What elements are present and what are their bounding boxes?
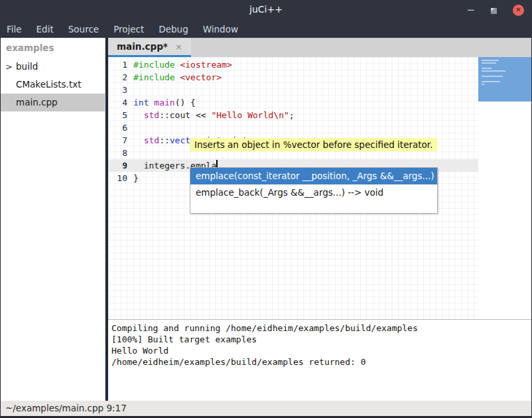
minimize-button[interactable]: − bbox=[466, 5, 475, 15]
sidebar-item-build[interactable]: >build bbox=[1, 58, 105, 76]
minimap-code-marks bbox=[482, 60, 531, 85]
code-text: #include <vector> bbox=[133, 71, 222, 84]
minimap-line-mark bbox=[482, 60, 499, 61]
file-tree: >buildCMakeLists.txtmain.cpp bbox=[1, 58, 105, 111]
menu-item-edit[interactable]: Edit bbox=[36, 24, 54, 35]
minimap-line-mark bbox=[482, 68, 492, 69]
token-str: <iostream> bbox=[180, 60, 232, 70]
terminal-output[interactable]: Compiling and running /home/eidheim/exam… bbox=[108, 319, 531, 401]
minimap[interactable] bbox=[478, 57, 531, 319]
terminal-line-3: /home/eidheim/examples/build/examples re… bbox=[111, 356, 531, 368]
code-line-1[interactable]: 1#include <iostream> bbox=[108, 58, 478, 71]
line-number: 6 bbox=[108, 121, 133, 134]
terminal-line-0: Compiling and running /home/eidheim/exam… bbox=[111, 322, 531, 334]
titlebar[interactable]: juCi++ − ✕ bbox=[0, 0, 532, 20]
line-number: 8 bbox=[108, 147, 133, 159]
completion-item-0[interactable]: emplace(const_iterator __position, _Args… bbox=[190, 168, 437, 184]
window-controls: − ✕ bbox=[466, 0, 524, 20]
line-number: 3 bbox=[108, 84, 133, 96]
code-text: #include <iostream> bbox=[133, 58, 232, 71]
minimap-line-mark bbox=[482, 70, 505, 72]
code-line-3[interactable]: 3 bbox=[108, 84, 478, 96]
token-pl: ; bbox=[289, 110, 295, 120]
sidebar-item-main-cpp[interactable]: main.cpp bbox=[1, 94, 105, 111]
token-pl: :: bbox=[159, 135, 170, 145]
terminal-line-2: Hello World bbox=[111, 345, 531, 356]
token-pl bbox=[133, 135, 144, 145]
sidebar-item-label: CMakeLists.txt bbox=[16, 79, 82, 90]
menu-item-window[interactable]: Window bbox=[203, 24, 238, 35]
minimap-line-mark bbox=[482, 84, 484, 85]
status-location: ~/examples/main.cpp 9:17 bbox=[5, 403, 127, 413]
code-text: } bbox=[133, 172, 139, 184]
completion-item-1[interactable]: emplace_back(_Args &&__args...) --> void bbox=[190, 184, 437, 201]
line-number: 2 bbox=[108, 71, 133, 84]
token-kw: int bbox=[133, 98, 149, 107]
token-fn: main bbox=[154, 98, 174, 107]
app-window: juCi++ − ✕ FileEditSourceProjectDebugWin… bbox=[0, 0, 532, 418]
token-ns: std bbox=[144, 110, 159, 120]
token-pl bbox=[133, 110, 144, 120]
menu-item-source[interactable]: Source bbox=[68, 24, 99, 35]
close-icon: ✕ bbox=[515, 7, 521, 13]
code-text: int main() { bbox=[133, 96, 196, 109]
code-line-4[interactable]: 4int main() { bbox=[108, 96, 478, 109]
token-pp: #include bbox=[133, 72, 180, 82]
line-number: 4 bbox=[108, 96, 133, 109]
sidebar-item-cmakelists-txt[interactable]: CMakeLists.txt bbox=[1, 76, 105, 94]
menu-item-debug[interactable]: Debug bbox=[159, 24, 188, 35]
sidebar-item-label: build bbox=[16, 61, 38, 72]
close-button[interactable]: ✕ bbox=[513, 5, 524, 16]
editor-column: main.cpp* × 1#include <iostream>2#includ… bbox=[108, 38, 531, 401]
tab-main-cpp[interactable]: main.cpp* × bbox=[108, 38, 191, 57]
project-name: examples bbox=[1, 38, 105, 58]
line-number: 5 bbox=[108, 109, 133, 121]
tab-label: main.cpp* bbox=[117, 41, 168, 52]
line-number: 10 bbox=[108, 172, 133, 184]
sidebar-item-label: main.cpp bbox=[16, 97, 58, 107]
menu-item-project[interactable]: Project bbox=[113, 24, 144, 35]
completion-popup[interactable]: emplace(const_iterator __position, _Args… bbox=[190, 167, 438, 214]
minimap-line-mark bbox=[482, 76, 503, 77]
code-editor[interactable]: 1#include <iostream>2#include <vector>34… bbox=[108, 57, 531, 319]
line-number: 1 bbox=[108, 58, 133, 71]
line-number: 7 bbox=[108, 134, 133, 147]
minimap-viewport[interactable] bbox=[478, 57, 531, 102]
line-number: 9 bbox=[108, 159, 133, 172]
statusbar: ~/examples/main.cpp 9:17 bbox=[1, 401, 531, 416]
file-browser: examples >buildCMakeLists.txtmain.cpp bbox=[1, 38, 105, 401]
restore-icon bbox=[491, 8, 497, 14]
code-line-2[interactable]: 2#include <vector> bbox=[108, 71, 478, 84]
minimap-line-mark bbox=[482, 62, 496, 64]
window-title: juCi++ bbox=[0, 4, 532, 15]
menu-item-file[interactable]: File bbox=[7, 24, 22, 35]
chevron-right-icon[interactable]: > bbox=[5, 58, 13, 76]
menubar: FileEditSourceProjectDebugWindow bbox=[0, 20, 532, 38]
token-ns: std bbox=[144, 135, 159, 145]
code-text: std::cout << "Hello World\n"; bbox=[133, 109, 295, 121]
maximize-button[interactable] bbox=[491, 4, 497, 17]
doc-tooltip: Inserts an object in %vector before spec… bbox=[190, 138, 437, 151]
terminal-line-1: [100%] Built target examples bbox=[111, 334, 531, 345]
token-str: <vector> bbox=[180, 72, 222, 82]
token-pl: ::cout << bbox=[159, 110, 211, 120]
token-pp: #include bbox=[133, 60, 180, 70]
tabbar: main.cpp* × bbox=[108, 38, 531, 57]
token-str: "Hello World\n" bbox=[211, 110, 289, 120]
token-pl: () { bbox=[175, 98, 196, 107]
tab-close-icon[interactable]: × bbox=[175, 42, 182, 52]
code-line-6[interactable]: 6 bbox=[108, 121, 478, 134]
token-pl: } bbox=[133, 173, 139, 183]
code-line-5[interactable]: 5 std::cout << "Hello World\n"; bbox=[108, 109, 478, 121]
minimap-line-mark bbox=[482, 81, 500, 82]
